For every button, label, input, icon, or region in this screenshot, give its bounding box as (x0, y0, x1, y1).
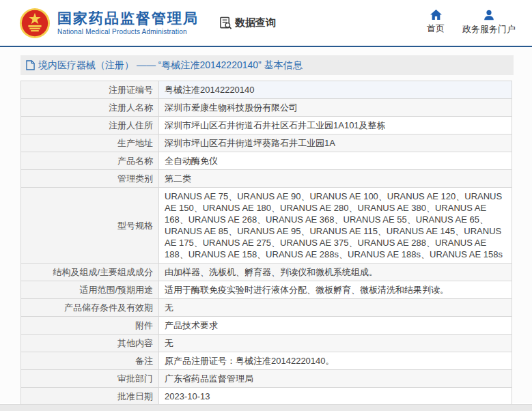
field-value: 由加样器、洗板机、孵育器、判读仪和微机系统组成。 (159, 264, 512, 281)
field-label: 结构及组成/主要组成成分 (21, 264, 159, 281)
home-icon (430, 10, 442, 20)
site-brand: 国家药品监督管理局 National Medical Products Admi… (57, 10, 199, 36)
field-label: 批准日期 (21, 388, 159, 406)
field-value: 原产品注册证号：粤械注准20142220140。 (159, 352, 512, 370)
field-label: 其他内容 (21, 335, 159, 352)
table-row: 注册证编号粤械注准20142220140 (21, 81, 512, 99)
table-row: 产品储存条件及有效期无 (21, 299, 512, 317)
field-label: 审批部门 (21, 370, 159, 388)
field-label: 产品储存条件及有效期 (21, 299, 159, 317)
document-search-icon (219, 16, 232, 29)
field-value: 2023-10-13 (159, 388, 512, 406)
site-header: 国家药品监督管理局 National Medical Products Admi… (0, 0, 532, 47)
registration-info-table: 注册证编号粤械注准20142220140注册人名称深圳市爱康生物科技股份有限公司… (20, 81, 512, 411)
field-value: 无 (159, 335, 512, 352)
table-row: 结构及组成/主要组成成分由加样器、洗板机、孵育器、判读仪和微机系统组成。 (21, 264, 512, 281)
site-subtitle: National Medical Products Administration (57, 28, 199, 36)
field-value: 产品技术要求 (159, 317, 512, 335)
table-row: 附件产品技术要求 (21, 317, 512, 335)
field-value: URANUS AE 75、URANUS AE 90、URANUS AE 100、… (159, 188, 512, 264)
field-value: 第二类 (159, 170, 512, 188)
table-row: 其他内容无 (21, 335, 512, 352)
nav-home[interactable]: 首页 (427, 10, 445, 36)
field-value: 全自动酶免仪 (159, 152, 512, 170)
field-label: 产品名称 (21, 152, 159, 170)
field-label: 适用范围/预期用途 (21, 281, 159, 299)
field-label: 备注 (21, 352, 159, 370)
footer-strip (0, 404, 532, 411)
table-row: 批准日期2023-10-13 (21, 388, 512, 406)
user-icon (484, 10, 494, 20)
national-emblem-logo (19, 8, 51, 39)
field-value: 深圳市爱康生物科技股份有限公司 (159, 99, 512, 117)
field-value: 深圳市坪山区石井街道石井社区石井工业园1A101及整栋 (159, 117, 512, 134)
table-row: 注册人住所深圳市坪山区石井街道石井社区石井工业园1A101及整栋 (21, 117, 512, 134)
field-label: 生产地址 (21, 134, 159, 152)
document-icon (26, 60, 35, 70)
table-row: 审批部门广东省药品监督管理局 (21, 370, 512, 388)
nav-home-label: 首页 (427, 23, 445, 35)
field-label: 管理类别 (21, 170, 159, 188)
table-row: 生产地址深圳市坪山区石井街道坪葵路石井工业园1A (21, 134, 512, 152)
nav-portal-label: 政务服务门户 (462, 23, 516, 36)
table-row: 适用范围/预期用途适用于酶联免疫实验时进行液体分配、微板孵育、微板清洗和结果判读… (21, 281, 512, 299)
field-value: 广东省药品监督管理局 (159, 370, 512, 388)
page-title-bar: 境内医疗器械（注册） —— “粤械注准20142220140” 基本信息 (20, 55, 514, 75)
page-background: 境内医疗器械（注册） —— “粤械注准20142220140” 基本信息 注册证… (0, 47, 532, 403)
data-query-label: 数据查询 (235, 16, 276, 29)
field-value: 适用于酶联免疫实验时进行液体分配、微板孵育、微板清洗和结果判读。 (159, 281, 512, 299)
table-row: 管理类别第二类 (21, 170, 512, 188)
content-container: 境内医疗器械（注册） —— “粤械注准20142220140” 基本信息 注册证… (20, 55, 514, 411)
field-value: 粤械注准20142220140 (159, 81, 512, 99)
field-label: 注册人名称 (21, 99, 159, 117)
field-value: 深圳市坪山区石井街道坪葵路石井工业园1A (159, 134, 512, 152)
table-row: 注册人名称深圳市爱康生物科技股份有限公司 (21, 99, 512, 117)
site-title: 国家药品监督管理局 (57, 10, 199, 27)
data-query-nav[interactable]: 数据查询 (219, 16, 276, 29)
field-value: 无 (159, 299, 512, 317)
table-row: 备注原产品注册证号：粤械注准20142220140。 (21, 352, 512, 370)
page-title: 境内医疗器械（注册） —— “粤械注准20142220140” 基本信息 (38, 59, 303, 72)
table-row: 型号规格URANUS AE 75、URANUS AE 90、URANUS AE … (21, 188, 512, 264)
field-label: 型号规格 (21, 188, 159, 264)
table-row: 产品名称全自动酶免仪 (21, 152, 512, 170)
field-label: 注册人住所 (21, 117, 159, 134)
field-label: 注册证编号 (21, 81, 159, 99)
field-label: 附件 (21, 317, 159, 335)
nav-portal[interactable]: 政务服务门户 (462, 10, 516, 36)
